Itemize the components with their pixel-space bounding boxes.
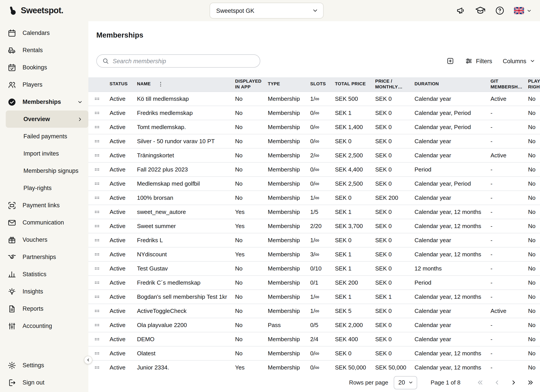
cell-duration: Calendar year <box>410 138 486 144</box>
sidebar-subitem-failed-payments[interactable]: Failed payments <box>0 128 88 145</box>
first-page-button[interactable] <box>476 379 484 386</box>
next-page-button[interactable] <box>510 379 517 386</box>
sidebar-subitem-import-invites[interactable]: Import invites <box>0 145 88 162</box>
drag-handle-icon[interactable] <box>88 293 105 300</box>
cell-status: Active <box>105 265 133 271</box>
sidebar-item-sign-out[interactable]: Sign out <box>0 374 88 391</box>
columns-button[interactable]: Columns <box>503 58 535 64</box>
cell-displayed-in-app: No <box>231 194 263 201</box>
sidebar-subitem-membership-signups[interactable]: Membership signups <box>0 162 88 179</box>
filters-button[interactable]: Filters <box>465 57 492 65</box>
drag-handle-icon[interactable] <box>88 180 105 187</box>
drag-handle-icon[interactable] <box>88 364 105 371</box>
table-row[interactable]: ActiveFall 2022 plus 2023NoMembership0/∞… <box>88 162 540 176</box>
drag-handle-icon[interactable] <box>88 95 105 102</box>
cell-status: Active <box>105 152 133 158</box>
drag-handle-icon[interactable] <box>88 138 105 144</box>
drag-handle-icon[interactable] <box>88 279 105 286</box>
table-row[interactable]: Active100% brorsanNoMembership1/∞SEK 0SE… <box>88 191 540 205</box>
drag-handle-icon[interactable] <box>88 194 105 201</box>
sidebar-item-calendars[interactable]: Calendars <box>0 24 88 41</box>
add-membership-button[interactable] <box>446 57 454 65</box>
language-selector[interactable] <box>514 7 532 14</box>
sidebar-subitem-overview[interactable]: Overview <box>6 111 88 128</box>
header-status[interactable]: STATUS <box>105 80 133 89</box>
table-row[interactable]: ActiveFredrik C´s medlemskapNoMembership… <box>88 276 540 290</box>
sidebar-item-bookings[interactable]: Bookings <box>0 59 88 76</box>
drag-handle-icon[interactable] <box>88 166 105 173</box>
cell-play-right: No <box>524 322 540 328</box>
cell-git-membership: Active <box>486 95 524 102</box>
header-play-right[interactable]: PLAY-RIGHT… <box>524 77 540 91</box>
sidebar-item-rentals[interactable]: Rentals <box>0 41 88 59</box>
sidebar-subitem-play-rights[interactable]: Play-rights <box>0 179 88 197</box>
sidebar-item-vouchers[interactable]: Vouchers <box>0 231 88 248</box>
drag-handle-icon[interactable] <box>88 350 105 357</box>
table-row[interactable]: ActiveTräningskortetNoMembership2/∞SEK 2… <box>88 148 540 162</box>
table-row[interactable]: ActiveOla playvalue 2200NoPass0/5SEK 2,0… <box>88 318 540 332</box>
drag-handle-icon[interactable] <box>88 307 105 314</box>
drag-handle-icon[interactable] <box>88 322 105 328</box>
table-row[interactable]: ActiveDEMONoMembership2/4SEK 400SEK 0Cal… <box>88 332 540 346</box>
drag-handle-icon[interactable] <box>88 208 105 215</box>
table-row[interactable]: ActiveOlatestNoMembership0/∞SEK 0SEK 0Ca… <box>88 346 540 360</box>
sidebar-item-memberships[interactable]: Memberships <box>0 93 88 111</box>
drag-handle-icon[interactable] <box>88 237 105 243</box>
last-page-button[interactable] <box>527 379 534 386</box>
drag-handle-icon[interactable] <box>88 265 105 271</box>
sidebar-item-statistics[interactable]: Statistics <box>0 266 88 283</box>
header-duration[interactable]: DURATION <box>410 80 486 89</box>
club-selector[interactable]: Sweetspot GK <box>210 3 324 19</box>
drag-handle-icon[interactable] <box>88 251 105 257</box>
cell-duration: Calendar year, 12 months <box>410 222 486 229</box>
table-row[interactable]: ActiveActiveToggleCheckNoMembership1/∞SE… <box>88 304 540 318</box>
page-title: Memberships <box>96 31 540 39</box>
sidebar-item-reports[interactable]: Reports <box>0 300 88 317</box>
sidebar-item-partnerships[interactable]: Partnerships <box>0 248 88 266</box>
search-input[interactable] <box>113 58 255 64</box>
header-price-monthly[interactable]: PRICE / MONTHLY… <box>371 77 410 91</box>
academy-icon[interactable] <box>475 5 486 16</box>
table-row[interactable]: ActiveSilver - 50 rundor varav 10 PTNoMe… <box>88 134 540 148</box>
sidebar-item-accounting[interactable]: Accounting <box>0 317 88 335</box>
table-row[interactable]: ActiveMedlemskap med golfbilNoMembership… <box>88 176 540 191</box>
drag-handle-icon[interactable] <box>88 124 105 130</box>
sidebar-collapse-button[interactable] <box>84 356 92 364</box>
table-row[interactable]: ActiveJunior 2334.YesMembership0/∞SEK 50… <box>88 360 540 373</box>
table-row[interactable]: ActiveSweet summerYesMembership2/20SEK 3… <box>88 219 540 233</box>
sidebar-item-insights[interactable]: Insights <box>0 283 88 300</box>
sidebar-item-payment-links[interactable]: Payment links <box>0 197 88 214</box>
membership-search[interactable] <box>96 54 260 68</box>
header-type[interactable]: TYPE <box>263 80 306 89</box>
sidebar-item-players[interactable]: Players <box>0 76 88 93</box>
drag-handle-icon[interactable] <box>88 222 105 229</box>
table-row[interactable]: ActiveFredriks LNoMembership1/∞SEK 0SEK … <box>88 233 540 247</box>
drag-handle-icon[interactable] <box>88 336 105 342</box>
announcements-icon[interactable] <box>456 6 466 15</box>
header-displayed-in-app[interactable]: DISPLAYED IN APP <box>231 77 263 91</box>
drag-handle-icon[interactable] <box>88 152 105 158</box>
sidebar-item-settings[interactable]: Settings <box>0 357 88 374</box>
header-slots[interactable]: SLOTS <box>306 80 330 89</box>
table-row[interactable]: Activesweet_new_autoreYesMembership1/5SE… <box>88 205 540 219</box>
help-icon[interactable] <box>495 6 505 15</box>
table-row[interactable]: ActiveFredriks medlemskapNoMembership0/∞… <box>88 106 540 120</box>
calendar-icon <box>8 29 16 37</box>
header-name[interactable]: NAME <box>133 80 231 89</box>
table-row[interactable]: ActiveBogdan's sell membership Test 1krN… <box>88 290 540 304</box>
sidebar-item-communication[interactable]: Communication <box>0 214 88 231</box>
table-row[interactable]: ActiveNYdiscountYesMembership3/∞SEK 1SEK… <box>88 247 540 261</box>
table-row[interactable]: ActiveTest GustavNoMembership0/10SEK 1SE… <box>88 261 540 276</box>
table-controls: Filters Columns <box>96 54 535 68</box>
drag-handle-icon[interactable] <box>88 109 105 116</box>
cell-total-price: SEK 2,500 <box>330 152 371 158</box>
table-row[interactable]: ActiveKö till medlemsskapNoMembership1/∞… <box>88 92 540 106</box>
rows-per-page-select[interactable]: 20 <box>394 376 417 389</box>
header-git-membership[interactable]: GIT MEMBERSH… <box>486 77 524 91</box>
header-total-price[interactable]: TOTAL PRICE <box>330 80 371 89</box>
previous-page-button[interactable] <box>493 379 501 386</box>
column-menu-icon[interactable] <box>157 81 164 88</box>
cell-slots: 2/∞ <box>306 152 330 158</box>
cell-displayed-in-app: No <box>231 237 263 243</box>
table-row[interactable]: ActiveTomt medlemskap.NoMembership0/∞SEK… <box>88 120 540 134</box>
